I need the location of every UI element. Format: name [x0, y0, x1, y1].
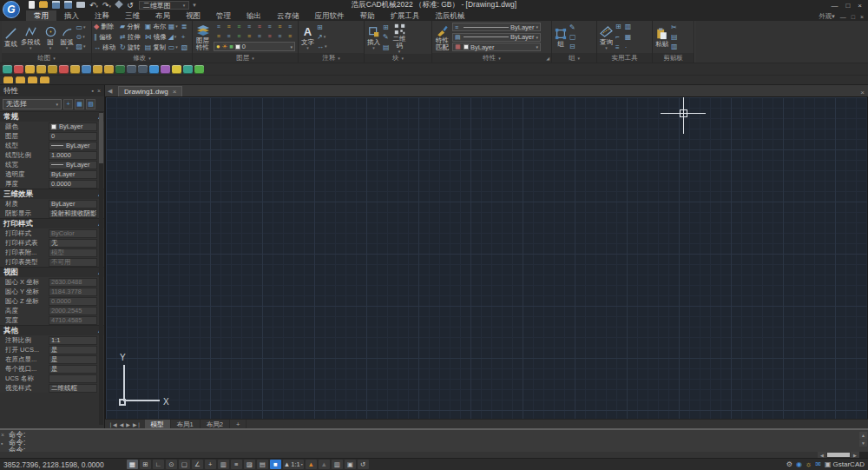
property-value[interactable]: ByLayer	[49, 122, 97, 131]
property-row[interactable]: 打开 UCS...是	[0, 345, 104, 354]
maximize-icon[interactable]: □	[845, 2, 850, 10]
fillet-icon[interactable]: ◢▾	[168, 33, 178, 41]
property-value[interactable]: 无	[49, 239, 97, 248]
save-as-icon[interactable]	[64, 1, 72, 10]
break-icon[interactable]: +	[181, 33, 188, 41]
grid-toggle[interactable]: ⊞	[140, 460, 151, 469]
mdi-restore-icon[interactable]: □	[852, 14, 855, 20]
ribbon-tab-4[interactable]: 三维	[117, 10, 148, 21]
polyline-button[interactable]: 多段线 ▾	[20, 22, 42, 52]
mech-tool-14-icon[interactable]	[149, 65, 159, 74]
ribbon-tab-6[interactable]: 视图	[178, 10, 208, 21]
mech-folder-icon-4[interactable]	[40, 77, 49, 83]
palette-section-header[interactable]: 打印样式▴	[0, 218, 104, 228]
layer-properties-button[interactable]: 图层特性	[194, 22, 211, 52]
property-row[interactable]: 注释比例1:1	[0, 335, 104, 345]
property-row[interactable]: UCS 名称	[0, 374, 104, 383]
scale-icon[interactable]: ▧	[181, 43, 188, 51]
distance-icon[interactable]: ⊞	[615, 23, 621, 30]
mdi-close-icon[interactable]: ×	[860, 14, 864, 20]
mech-folder-icon-2[interactable]	[16, 77, 25, 83]
property-row[interactable]: 打印表类型不可用	[0, 257, 104, 267]
group-edit-icon[interactable]: ✎	[569, 23, 576, 31]
feedback-icon[interactable]: ✉	[815, 460, 821, 468]
property-value[interactable]: 是	[49, 355, 97, 364]
properties-panel-label[interactable]: 特性▾ ◢	[432, 53, 551, 63]
dimension-icon[interactable]: ↔▾	[317, 43, 327, 50]
command-vscroll[interactable]: ▲ ▼	[859, 432, 867, 447]
layer-tool-icon-8[interactable]: ≡	[288, 23, 292, 30]
ribbon-tab-10[interactable]: 应用软件	[307, 10, 352, 21]
layer-select[interactable]: ● ☀ ■ 0 ▾	[214, 42, 295, 51]
align-icon[interactable]: ≣	[181, 23, 188, 30]
property-value[interactable]: 0.0000	[49, 297, 97, 306]
property-row[interactable]: 高度2000.2545	[0, 306, 104, 315]
mech-tool-05-icon[interactable]	[48, 65, 57, 74]
pin-icon[interactable]: ▪	[91, 88, 93, 94]
palette-section-header[interactable]: 三维效果▴	[0, 189, 104, 199]
command-hscroll[interactable]: ◀ ▶	[0, 452, 868, 458]
osnap-toggle[interactable]: ▢	[179, 460, 190, 469]
quick-select-icon[interactable]: ▧	[86, 99, 95, 109]
property-row[interactable]: 宽度4710.4585	[0, 315, 104, 325]
table-icon[interactable]: ⊞	[317, 23, 327, 31]
property-value[interactable]: 不可用	[49, 258, 97, 267]
osnap-3d-toggle[interactable]: ∠	[192, 460, 203, 469]
layer-tool-icon-2[interactable]: ≡	[227, 23, 231, 30]
property-row[interactable]: 图层0	[0, 131, 104, 141]
clean-screen-toggle[interactable]: ↺	[358, 460, 369, 469]
property-row[interactable]: 透明度ByLayer	[0, 169, 104, 179]
mech-tool-01-icon[interactable]	[3, 65, 12, 74]
layer-tool-icon-11[interactable]: ≡	[237, 33, 240, 40]
group-select-icon[interactable]: ⊟	[569, 43, 576, 50]
redo-icon[interactable]: ↷▾	[102, 1, 111, 10]
viewport-toggle[interactable]: ▥	[332, 460, 343, 469]
move-button[interactable]: ↔移动	[94, 43, 115, 52]
copy-base-icon[interactable]: ▥	[671, 43, 678, 50]
layer-tool-icon-4[interactable]: ≡	[247, 23, 251, 30]
ortho-toggle[interactable]: ∟	[153, 460, 164, 469]
command-window[interactable]: × ▪ 命令:命令:命令: ▲ ▼ ◀ ▶	[0, 428, 868, 458]
create-block-icon[interactable]: ⊞	[383, 23, 390, 31]
mdi-minimize-icon[interactable]: —	[840, 14, 846, 20]
mech-folder-icon-3[interactable]	[28, 77, 37, 83]
donut-icon[interactable]: ⊙▾	[76, 33, 86, 41]
array-icon[interactable]: ▦▾	[168, 23, 178, 30]
mech-tool-16-icon[interactable]	[172, 65, 181, 74]
layer-tool-icon-6[interactable]: ≡	[268, 23, 272, 30]
group-button[interactable]: 组	[554, 22, 568, 52]
layer-tool-icon-12[interactable]: ≡	[247, 33, 251, 40]
property-row[interactable]: 打印表附...模型	[0, 248, 104, 257]
property-row[interactable]: 在原点显...是	[0, 354, 104, 364]
lineweight-toggle[interactable]: ≡	[231, 460, 242, 469]
color-select[interactable]: ▦ ByLayer ▾	[452, 43, 541, 51]
copy-button[interactable]: ▤复制	[145, 43, 167, 52]
annotation-scale-toggle[interactable]: ▲1:1▾	[283, 460, 304, 469]
print-icon[interactable]	[76, 1, 85, 10]
palette-close-icon[interactable]: ×	[97, 88, 101, 94]
property-value[interactable]: ByLayer	[49, 200, 97, 209]
property-row[interactable]: 厚度0.0000	[0, 179, 104, 189]
property-value[interactable]: 模型	[49, 248, 97, 257]
fullscreen-toggle[interactable]: ▣	[345, 460, 356, 469]
layer-tool-icon-3[interactable]: ≡	[237, 23, 240, 30]
first-layout-icon[interactable]: ❘◀	[108, 421, 117, 427]
toggle-pickadd-icon[interactable]: +	[63, 99, 73, 109]
command-close-icon[interactable]: ×	[1, 432, 4, 438]
qrcode-button[interactable]: 二维码 ▾	[391, 22, 408, 53]
prev-layout-icon[interactable]: ◀	[120, 421, 124, 427]
polar-toggle[interactable]: ⊙	[166, 460, 177, 469]
new-file-icon[interactable]	[29, 1, 35, 10]
trim-icon[interactable]: ▭▾	[168, 43, 178, 51]
property-value[interactable]: ByLayer	[49, 142, 97, 150]
scrollbar-thumb[interactable]	[827, 453, 850, 457]
measure-button[interactable]: 查询 ▾	[599, 22, 614, 52]
property-row[interactable]: 线宽ByLayer	[0, 160, 104, 169]
mech-tool-18-icon[interactable]	[194, 65, 204, 74]
layer-panel-label[interactable]: 图层▾	[193, 53, 298, 63]
package-icon[interactable]	[115, 1, 122, 10]
settings-icon[interactable]: ⚙	[786, 460, 792, 468]
text-button[interactable]: A 文字 ▾	[300, 22, 315, 52]
layout-tab-2[interactable]: 布局1	[171, 420, 201, 429]
scroll-down-icon[interactable]: ▼	[859, 440, 867, 447]
